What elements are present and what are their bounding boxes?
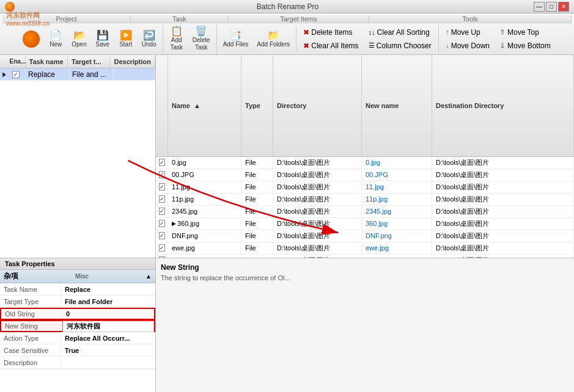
add-files-button[interactable]: 📑 Add Files bbox=[219, 29, 252, 49]
file-check-2[interactable] bbox=[156, 181, 168, 193]
move-top-button[interactable]: ⇑ Move Top bbox=[495, 26, 555, 38]
file-dir-0: D:\tools\桌面\图片 bbox=[273, 157, 362, 169]
main-area: Ena... Task name Target t... Description… bbox=[0, 55, 574, 258]
file-check-6[interactable] bbox=[156, 230, 168, 242]
prop-targettype-label: Target Type bbox=[0, 297, 61, 306]
file-type-2: File bbox=[241, 181, 273, 193]
col-header-taskname[interactable]: Task name bbox=[26, 55, 68, 68]
properties-title: Task Properties bbox=[0, 258, 155, 270]
add-folders-button[interactable]: 📁 Add Folders bbox=[253, 29, 293, 49]
col-header-newname[interactable]: New name bbox=[362, 55, 432, 156]
save-button[interactable]: 💾 Save bbox=[92, 29, 114, 49]
file-checkbox-5[interactable] bbox=[159, 220, 165, 227]
file-dest-5: D:\tools\桌面\图片 bbox=[432, 218, 574, 230]
move-bottom-button[interactable]: ⇓ Move Bottom bbox=[495, 40, 555, 52]
file-newname-5: 360.jpg bbox=[362, 218, 432, 230]
file-checkbox-4[interactable] bbox=[159, 208, 165, 215]
file-row[interactable]: 0.jpg File D:\tools\桌面\图片 0.jpg D:\tools… bbox=[156, 157, 574, 169]
col-header-check[interactable] bbox=[156, 55, 168, 156]
file-type-1: File bbox=[241, 169, 273, 181]
add-files-icon: 📑 bbox=[229, 31, 241, 40]
clear-all-items-button[interactable]: ✖ Clear All Items bbox=[299, 40, 362, 52]
file-check-7[interactable] bbox=[156, 242, 168, 254]
maximize-button[interactable]: □ bbox=[546, 2, 557, 12]
col-header-name[interactable]: Name ▲ bbox=[168, 55, 241, 156]
file-row[interactable]: 2345.jpg File D:\tools\桌面\图片 2345.jpg D:… bbox=[156, 206, 574, 218]
task-row[interactable]: ▶ Replace File and ... bbox=[0, 68, 155, 81]
title-bar: Batch Rename Pro — □ ✕ bbox=[0, 0, 574, 13]
start-button[interactable]: ▶️ Start bbox=[115, 29, 137, 49]
file-dir-5: D:\tools\桌面\图片 bbox=[273, 218, 362, 230]
prop-newstring-value[interactable]: 河东软件园 bbox=[62, 321, 154, 332]
task-target-cell: File and ... bbox=[70, 68, 114, 80]
prop-newstring-row[interactable]: New String 河东软件园 bbox=[0, 320, 155, 332]
col-header-targettype[interactable]: Target t... bbox=[68, 55, 110, 68]
add-task-button[interactable]: 📋 AddTask bbox=[166, 24, 188, 53]
file-checkbox-0[interactable] bbox=[159, 159, 165, 166]
file-row[interactable]: ewe.jpg File D:\tools\桌面\图片 ewe.jpg D:\t… bbox=[156, 242, 574, 255]
col-header-directory[interactable]: Directory bbox=[273, 55, 362, 156]
new-button[interactable]: 📄 New bbox=[45, 29, 67, 49]
file-dir-7: D:\tools\桌面\图片 bbox=[273, 242, 362, 254]
prop-newstring-label: New String bbox=[1, 322, 62, 330]
file-row[interactable]: 11p.jpg File D:\tools\桌面\图片 11p.jpg D:\t… bbox=[156, 194, 574, 206]
file-dest-0: D:\tools\桌面\图片 bbox=[432, 157, 574, 169]
open-label: Open bbox=[72, 41, 86, 48]
misc-section-header[interactable]: 杂项 Misc ▲ bbox=[0, 270, 155, 283]
file-checkbox-6[interactable] bbox=[159, 232, 165, 239]
file-row[interactable]: 11.jpg File D:\tools\桌面\图片 11.jpg D:\too… bbox=[156, 181, 574, 194]
file-row[interactable]: ewe.png File D:\tools\桌面\图片 ewe.png D:\t… bbox=[156, 255, 574, 258]
project-section-label: Project bbox=[2, 15, 131, 23]
file-checkbox-7[interactable] bbox=[159, 244, 165, 252]
task-desc-cell bbox=[114, 68, 155, 80]
app-logo bbox=[19, 31, 43, 48]
file-name-1: 00.JPG bbox=[168, 169, 241, 181]
file-panel: Name ▲ Type Directory New name Destinati… bbox=[156, 55, 574, 258]
window-controls[interactable]: — □ ✕ bbox=[534, 2, 569, 12]
move-up-button[interactable]: ↑ Move Up bbox=[441, 26, 494, 38]
file-row[interactable]: 00.JPG File D:\tools\桌面\图片 00.JPG D:\too… bbox=[156, 169, 574, 181]
minimize-button[interactable]: — bbox=[534, 2, 545, 12]
column-chooser-button[interactable]: ☰ Column Chooser bbox=[364, 40, 436, 52]
clear-items-icon: ✖ bbox=[303, 42, 309, 50]
col-header-enabled[interactable]: Ena... bbox=[6, 55, 26, 68]
new-label: New bbox=[50, 41, 62, 48]
file-column-headers: Name ▲ Type Directory New name Destinati… bbox=[156, 55, 574, 157]
file-checkbox-1[interactable] bbox=[159, 171, 165, 178]
file-checkbox-3[interactable] bbox=[159, 195, 165, 203]
clear-all-sorting-button[interactable]: ↕↓ Clear All Sorting bbox=[364, 26, 436, 38]
delete-task-button[interactable]: 🗑️ DeleteTask bbox=[189, 24, 214, 53]
undo-button[interactable]: ↩️ Undo bbox=[138, 29, 160, 49]
file-checkbox-8[interactable] bbox=[159, 256, 165, 258]
file-dest-8: D:\tools\桌面\图片 bbox=[432, 255, 574, 258]
open-button[interactable]: 📂 Open bbox=[68, 29, 90, 49]
file-row[interactable]: DNF.png File D:\tools\桌面\图片 DNF.png D:\t… bbox=[156, 230, 574, 242]
task-enabled-checkbox[interactable] bbox=[12, 71, 20, 78]
file-check-1[interactable] bbox=[156, 169, 168, 181]
file-check-3[interactable] bbox=[156, 194, 168, 205]
file-name-3: 11p.jpg bbox=[168, 194, 241, 205]
clear-all-sorting-label: Clear All Sorting bbox=[377, 28, 430, 37]
close-button[interactable]: ✕ bbox=[558, 2, 569, 12]
file-newname-8: ewe.png bbox=[362, 255, 432, 258]
delete-items-button[interactable]: ✖ Delete Items bbox=[299, 26, 362, 38]
prop-casesensitive-row: Case Sensitive True bbox=[0, 344, 155, 357]
file-row[interactable]: ▶360.jpg File D:\tools\桌面\图片 360.jpg D:\… bbox=[156, 218, 574, 230]
col-header-type[interactable]: Type bbox=[241, 55, 273, 156]
file-list: 0.jpg File D:\tools\桌面\图片 0.jpg D:\tools… bbox=[156, 157, 574, 258]
prop-actiontype-row: Action Type Replace All Occurr... bbox=[0, 332, 155, 344]
move-down-button[interactable]: ↓ Move Down bbox=[441, 40, 494, 52]
col-header-description[interactable]: Description bbox=[110, 55, 155, 68]
file-newname-3: 11p.jpg bbox=[362, 194, 432, 205]
file-dest-7: D:\tools\桌面\图片 bbox=[432, 242, 574, 254]
file-check-8[interactable] bbox=[156, 255, 168, 258]
file-check-4[interactable] bbox=[156, 206, 168, 217]
clear-all-items-label: Clear All Items bbox=[311, 42, 358, 50]
undo-label: Undo bbox=[142, 41, 156, 48]
file-checkbox-2[interactable] bbox=[159, 183, 165, 191]
file-check-0[interactable] bbox=[156, 157, 168, 169]
app-title: Batch Rename Pro bbox=[42, 2, 534, 11]
prop-description-value bbox=[61, 362, 155, 363]
col-header-destdir[interactable]: Destination Directory bbox=[432, 55, 574, 156]
file-check-5[interactable] bbox=[156, 218, 168, 230]
